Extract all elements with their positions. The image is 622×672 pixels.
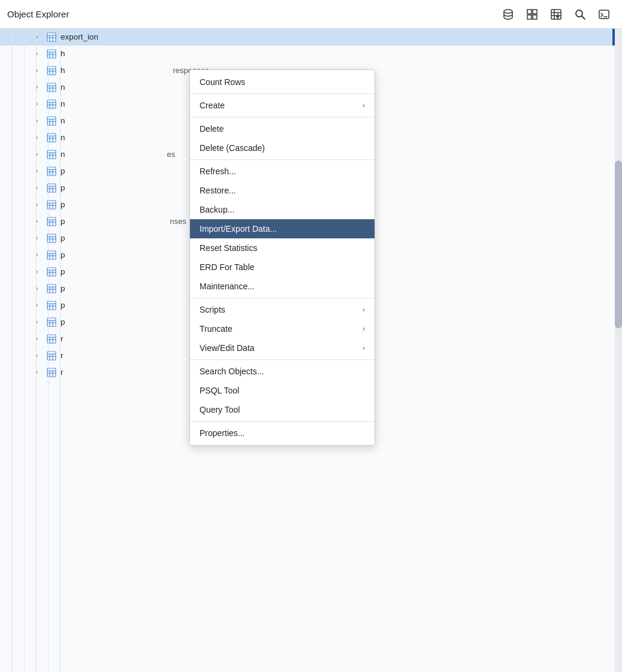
item-label: p (61, 183, 65, 192)
chevron-icon: › (36, 84, 43, 90)
table-icon (47, 150, 56, 159)
table-icon (47, 351, 56, 361)
svg-rect-5 (551, 10, 561, 19)
menu-item-delete-cascade[interactable]: Delete (Cascade) (190, 138, 375, 158)
chevron-icon: › (36, 335, 43, 342)
chevron-icon: › (36, 268, 43, 275)
item-label: p (61, 250, 65, 259)
menu-item-label: Maintenance... (200, 281, 255, 291)
svg-rect-40 (47, 117, 56, 125)
menu-item-import-export[interactable]: Import/Export Data... (190, 219, 375, 238)
menu-separator (190, 298, 375, 298)
partial-es: es (167, 150, 176, 159)
chevron-right-icon: › (363, 344, 365, 352)
menu-item-label: Delete (200, 124, 224, 134)
chevron-icon: › (36, 168, 43, 174)
header: Object Explorer (0, 0, 622, 29)
svg-rect-65 (47, 201, 56, 209)
chevron-icon: › (36, 134, 43, 141)
table-icon (47, 183, 56, 193)
chevron-icon: › (36, 117, 43, 124)
menu-item-search-objects[interactable]: Search Objects... (190, 362, 375, 381)
filter-table-icon-btn[interactable] (545, 4, 567, 25)
item-label: n (61, 133, 65, 142)
menu-item-label: Refresh... (200, 167, 236, 176)
chevron-icon: › (36, 369, 43, 376)
chevron-icon: › (36, 184, 43, 191)
menu-item-maintenance[interactable]: Maintenance... (190, 277, 375, 296)
scrollbar-thumb[interactable] (615, 161, 622, 328)
menu-item-erd-for-table[interactable]: ERD For Table (190, 258, 375, 277)
chevron-icon: › (36, 50, 43, 57)
menu-separator (190, 159, 375, 160)
menu-item-psql-tool[interactable]: PSQL Tool (190, 381, 375, 400)
svg-rect-4 (533, 15, 537, 19)
table-icon (47, 83, 56, 92)
svg-rect-105 (47, 335, 56, 343)
table-icon (47, 66, 56, 75)
svg-rect-100 (47, 318, 56, 326)
table-icon (47, 167, 56, 176)
menu-separator (190, 359, 375, 360)
chevron-icon: › (36, 67, 43, 74)
grid-icon-btn[interactable] (521, 4, 543, 25)
menu-separator (190, 117, 375, 117)
svg-rect-50 (47, 150, 56, 159)
chevron-icon: › (36, 201, 43, 208)
menu-item-label: Reset Statistics (200, 243, 257, 253)
svg-rect-55 (47, 167, 56, 175)
menu-item-label: Truncate (200, 324, 233, 334)
menu-item-label: Restore... (200, 186, 236, 195)
menu-item-backup[interactable]: Backup... (190, 200, 375, 219)
menu-item-label: Import/Export Data... (200, 224, 277, 234)
terminal-icon-btn[interactable] (593, 4, 615, 25)
svg-line-12 (582, 16, 585, 19)
menu-item-restore[interactable]: Restore... (190, 181, 375, 200)
item-label: p (61, 284, 65, 293)
scrollbar-track[interactable] (615, 29, 622, 672)
svg-rect-80 (47, 251, 56, 259)
svg-rect-13 (599, 10, 609, 19)
item-label: h (61, 49, 65, 58)
chevron-icon: › (36, 235, 43, 241)
menu-item-count-rows[interactable]: Count Rows (190, 72, 375, 92)
svg-rect-35 (47, 100, 56, 108)
chevron-icon: › (36, 34, 43, 40)
list-item[interactable]: › export_ion (0, 29, 622, 46)
menu-item-label: View/Edit Data (200, 343, 255, 353)
table-icon (47, 334, 56, 344)
menu-item-view-edit-data[interactable]: View/Edit Data › (190, 338, 375, 358)
table-icon (47, 234, 56, 243)
table-icon (47, 317, 56, 327)
chevron-right-icon: › (363, 325, 365, 333)
menu-item-label: Query Tool (200, 405, 240, 414)
menu-item-truncate[interactable]: Truncate › (190, 319, 375, 338)
menu-item-query-tool[interactable]: Query Tool (190, 400, 375, 419)
svg-rect-90 (47, 284, 56, 293)
menu-item-delete[interactable]: Delete (190, 119, 375, 138)
item-label: p (61, 267, 65, 276)
item-label: p (61, 200, 65, 209)
menu-item-reset-statistics[interactable]: Reset Statistics (190, 238, 375, 258)
list-item[interactable]: › h (0, 46, 622, 62)
table-icon (47, 267, 56, 277)
menu-separator (190, 93, 375, 94)
item-label: p (61, 317, 65, 326)
search-icon-btn[interactable] (569, 4, 591, 25)
chevron-right-icon: › (363, 305, 365, 314)
menu-item-properties[interactable]: Properties... (190, 423, 375, 443)
svg-rect-110 (47, 352, 56, 360)
menu-item-refresh[interactable]: Refresh... (190, 162, 375, 181)
main-panel: › export_ion › h › (0, 29, 622, 672)
item-label: n (61, 116, 65, 125)
database-icon-btn[interactable] (497, 4, 519, 25)
menu-item-label: ERD For Table (200, 262, 255, 272)
menu-item-label: Properties... (200, 428, 244, 438)
menu-item-scripts[interactable]: Scripts › (190, 300, 375, 319)
table-icon (47, 217, 56, 226)
svg-rect-85 (47, 268, 56, 276)
menu-separator (190, 421, 375, 422)
table-icon (47, 49, 56, 59)
svg-rect-15 (47, 33, 56, 41)
menu-item-create[interactable]: Create › (190, 96, 375, 115)
